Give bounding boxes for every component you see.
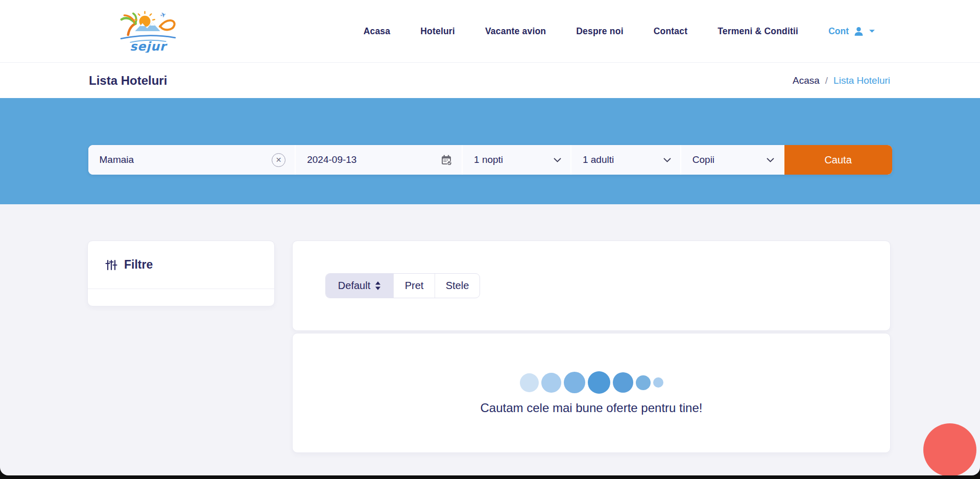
chat-widget-button[interactable]: [923, 423, 976, 475]
nights-value: 1 nopti: [474, 154, 503, 165]
adults-value: 1 adulti: [583, 154, 614, 165]
calendar-icon: [440, 154, 452, 166]
children-value: Copii: [692, 154, 714, 165]
page: ✈ sejur Acasa Hoteluri Vacante avion Des…: [0, 0, 980, 475]
chevron-down-icon: [767, 158, 774, 162]
filters-header: Filtre: [88, 241, 274, 289]
checkin-date-field[interactable]: 2024-09-13: [296, 145, 462, 175]
chevron-down-icon: [869, 29, 875, 33]
user-icon: [853, 26, 864, 37]
results-column: Default Pret Stele: [292, 241, 891, 453]
sort-arrows-icon: [375, 281, 381, 290]
sejur-logo-graphic: ✈ sejur: [115, 10, 181, 53]
main-content: Filtre Default Pret Stele: [0, 204, 980, 453]
loader-dot: [520, 373, 539, 392]
clear-destination-button[interactable]: ✕: [272, 153, 285, 167]
breadcrumb-home-link[interactable]: Acasa: [793, 75, 820, 86]
sort-tab-group: Default Pret Stele: [325, 273, 480, 298]
destination-input[interactable]: [100, 154, 253, 165]
sort-card: Default Pret Stele: [292, 241, 891, 331]
loading-message: Cautam cele mai bune oferte pentru tine!: [481, 401, 703, 415]
loader-dot: [541, 373, 561, 393]
nights-select[interactable]: 1 nopti: [463, 145, 570, 175]
loader-dot: [653, 377, 663, 388]
breadcrumb-current[interactable]: Lista Hoteluri: [833, 75, 890, 86]
filters-card: Filtre: [87, 241, 275, 306]
results-loading-card: Cautam cele mai bune oferte pentru tine!: [292, 333, 891, 453]
chevron-down-icon: [554, 158, 561, 162]
adults-select[interactable]: 1 adulti: [571, 145, 680, 175]
loader-dot: [613, 372, 633, 393]
search-button[interactable]: Cauta: [784, 145, 892, 175]
top-navigation-bar: ✈ sejur Acasa Hoteluri Vacante avion Des…: [0, 0, 980, 63]
svg-text:✈: ✈: [159, 10, 168, 19]
loader-dot: [588, 371, 610, 394]
sort-tab-default-label: Default: [338, 280, 370, 292]
sort-tab-pret[interactable]: Pret: [393, 274, 435, 298]
main-nav: Acasa Hoteluri Vacante avion Despre noi …: [364, 26, 875, 37]
filters-title: Filtre: [124, 258, 153, 272]
chevron-down-icon: [663, 158, 671, 162]
breadcrumb: Acasa / Lista Hoteluri: [793, 75, 890, 86]
page-header-bar: Lista Hoteluri Acasa / Lista Hoteluri: [0, 63, 980, 98]
brand-logo[interactable]: ✈ sejur: [115, 10, 181, 53]
svg-text:sejur: sejur: [130, 39, 168, 53]
account-menu[interactable]: Cont: [828, 26, 875, 37]
children-select[interactable]: Copii: [681, 145, 783, 175]
nav-item-acasa[interactable]: Acasa: [364, 26, 391, 37]
destination-field[interactable]: ✕: [88, 145, 295, 175]
filters-sidebar: Filtre: [87, 241, 275, 453]
hotel-search-form: ✕ 2024-09-13: [88, 145, 892, 175]
page-title: Lista Hoteluri: [89, 74, 167, 88]
loader-dot: [636, 375, 651, 390]
nav-item-despre-noi[interactable]: Despre noi: [576, 26, 623, 37]
hero-band: ✕ 2024-09-13: [0, 98, 980, 204]
account-label: Cont: [828, 26, 849, 37]
sort-tab-stele[interactable]: Stele: [435, 274, 480, 298]
nav-item-termeni-conditii[interactable]: Termeni & Conditii: [718, 26, 798, 37]
checkin-date-value: 2024-09-13: [307, 154, 356, 165]
loader-dot: [564, 372, 585, 393]
filters-sliders-icon: [105, 259, 117, 271]
sort-tab-default[interactable]: Default: [326, 274, 393, 298]
breadcrumb-separator: /: [825, 75, 828, 86]
nav-item-vacante-avion[interactable]: Vacante avion: [485, 26, 546, 37]
nav-item-contact[interactable]: Contact: [654, 26, 688, 37]
nav-item-hoteluri[interactable]: Hoteluri: [420, 26, 455, 37]
loading-dots-spinner: [520, 371, 663, 394]
filters-body-empty: [88, 289, 274, 306]
